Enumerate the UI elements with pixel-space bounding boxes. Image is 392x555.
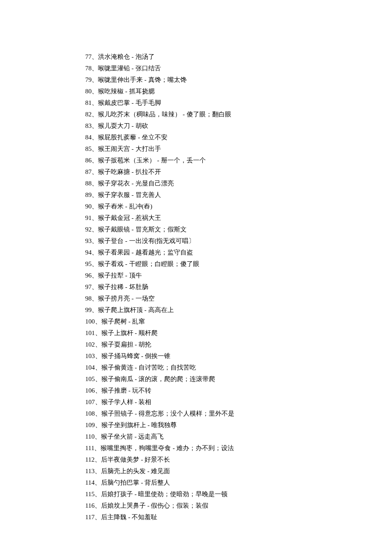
- separator-dash: -: [130, 168, 135, 175]
- idiom-second-part: 乱冲(舂): [129, 203, 153, 210]
- item-number: 102: [85, 341, 95, 348]
- list-item: 113、后脑壳上的头发 - 难见面: [85, 465, 392, 477]
- list-item: 115、后娘打孩子 - 暗里使劲；使暗劲；早晚是一顿: [85, 489, 392, 500]
- idiom-second-part: 越看越光；监守自盗: [135, 249, 193, 256]
- item-number: 111: [85, 445, 94, 451]
- item-number: 107: [85, 399, 95, 405]
- item-number: 99: [85, 306, 92, 313]
- separator-dash: -: [133, 341, 139, 348]
- idiom-second-part: 倒挨一锥: [145, 353, 170, 359]
- item-number: 81: [85, 99, 92, 106]
- idiom-first-part: 猴子穿衣服: [98, 191, 130, 198]
- item-number: 85: [85, 145, 92, 152]
- idiom-first-part: 后半夜做美梦: [101, 456, 139, 463]
- list-item: 85、猴王闹天宫 - 大打出手: [85, 143, 392, 155]
- idiom-first-part: 猴子戴眼镜: [98, 226, 130, 233]
- separator-dash: -: [133, 330, 139, 336]
- idiom-second-part: 一场空: [135, 295, 155, 302]
- separator-dash: -: [130, 99, 135, 106]
- list-item: 89、猴子穿衣服 - 冒充善人: [85, 189, 392, 201]
- separator-dot: 、: [92, 53, 98, 60]
- item-number: 83: [85, 122, 92, 129]
- list-item: 104、猴子偷黄连 - 自讨苦吃；自找苦吃: [85, 362, 392, 373]
- separator-dash: -: [130, 122, 135, 129]
- idiom-second-part: 毛手毛脚: [135, 99, 161, 106]
- separator-dot: 、: [95, 318, 101, 325]
- list-item: 92、猴子戴眼镜 - 冒充斯文；假斯文: [85, 224, 392, 235]
- idiom-second-part: 干瞪眼；白瞪眼；傻了眼: [129, 260, 199, 267]
- separator-dot: 、: [92, 249, 98, 256]
- item-number: 97: [85, 283, 92, 290]
- idiom-first-part: 后娘打孩子: [101, 491, 133, 497]
- list-item: 98、猴子捞月亮 - 一场空: [85, 293, 392, 304]
- idiom-first-part: 猴戴皮巴掌: [98, 99, 130, 106]
- item-number: 95: [85, 260, 92, 267]
- separator-dot: 、: [92, 283, 98, 290]
- item-number: 108: [85, 410, 95, 417]
- item-number: 82: [85, 111, 92, 118]
- list-item: 83、猴儿耍大刀 - 胡砍: [85, 120, 392, 132]
- separator-dot: 、: [92, 111, 98, 118]
- idiom-second-part: 真馋；嘴太馋: [148, 76, 187, 83]
- separator-dash: -: [130, 295, 135, 302]
- item-number: 101: [85, 330, 95, 336]
- separator-dash: -: [143, 76, 148, 83]
- idiom-first-part: 猴子看戏: [98, 260, 124, 267]
- item-number: 115: [85, 491, 95, 497]
- idiom-first-part: 猴子登台: [98, 237, 124, 244]
- separator-dash: -: [171, 445, 176, 451]
- idiom-first-part: 洪水淹粮仓: [98, 53, 130, 60]
- idiom-first-part: 猴王闹天宫: [98, 145, 130, 152]
- idiom-second-part: 傻了眼；翻白眼: [187, 111, 231, 118]
- separator-dot: 、: [92, 157, 98, 164]
- list-item: 106、猴子推磨 - 玩不转: [85, 385, 392, 396]
- separator-dot: 、: [92, 214, 98, 221]
- item-number: 105: [85, 376, 95, 382]
- separator-dash: -: [133, 376, 139, 382]
- separator-dot: 、: [92, 76, 98, 83]
- idiom-second-part: 装相: [138, 399, 151, 405]
- idiom-second-part: 远走高飞: [138, 433, 164, 440]
- item-number: 114: [85, 479, 95, 486]
- item-number: 77: [85, 53, 92, 60]
- item-number: 86: [85, 157, 92, 164]
- idiom-first-part: 猴嘴里掏枣，狗嘴里夺食: [101, 445, 171, 451]
- idiom-first-part: 猴子拉犁: [98, 272, 124, 279]
- separator-dot: 、: [95, 387, 101, 394]
- separator-dash: -: [136, 134, 142, 141]
- idiom-second-part: 乱窜: [132, 318, 145, 325]
- list-item: 103、猴子捅马蜂窝 - 倒挨一锥: [85, 350, 392, 362]
- separator-dash: -: [146, 468, 151, 474]
- separator-dot: 、: [95, 399, 101, 405]
- item-number: 93: [85, 237, 92, 244]
- idiom-first-part: 猴吃辣椒: [98, 88, 124, 95]
- separator-dash: -: [133, 364, 139, 371]
- separator-dash: -: [127, 318, 133, 325]
- idiom-first-part: 猴子捞月亮: [98, 295, 130, 302]
- separator-dot: 、: [92, 226, 98, 233]
- idiom-second-part: 泡汤了: [135, 53, 155, 60]
- idiom-first-part: 猴子看果园: [98, 249, 130, 256]
- separator-dash: -: [139, 456, 145, 463]
- separator-dash: -: [124, 283, 129, 290]
- separator-dot: 、: [95, 410, 101, 417]
- separator-dot: 、: [92, 168, 98, 175]
- item-number: 113: [85, 468, 95, 474]
- idiom-first-part: 猴子舂米: [98, 203, 124, 210]
- idiom-first-part: 猴子偷黄连: [101, 364, 133, 371]
- separator-dash: -: [130, 53, 135, 60]
- idiom-first-part: 猴子坐火箭: [101, 433, 133, 440]
- idiom-first-part: 猴子上旗杆: [101, 330, 133, 336]
- item-number: 91: [85, 214, 92, 221]
- separator-dot: 、: [92, 134, 98, 141]
- separator-dot: 、: [92, 65, 98, 72]
- idiom-first-part: 喉咙里灌铅: [98, 65, 130, 72]
- separator-dot: 、: [92, 260, 98, 267]
- idiom-second-part: 扒拉不开: [135, 168, 161, 175]
- separator-dash: -: [156, 157, 161, 164]
- idiom-second-part: 不知羞耻: [132, 514, 157, 520]
- list-item: 107、猴子学人样 - 装相: [85, 396, 392, 408]
- idiom-first-part: 猴子捅马蜂窝: [101, 353, 140, 359]
- separator-dash: -: [124, 203, 129, 210]
- separator-dot: 、: [92, 295, 98, 302]
